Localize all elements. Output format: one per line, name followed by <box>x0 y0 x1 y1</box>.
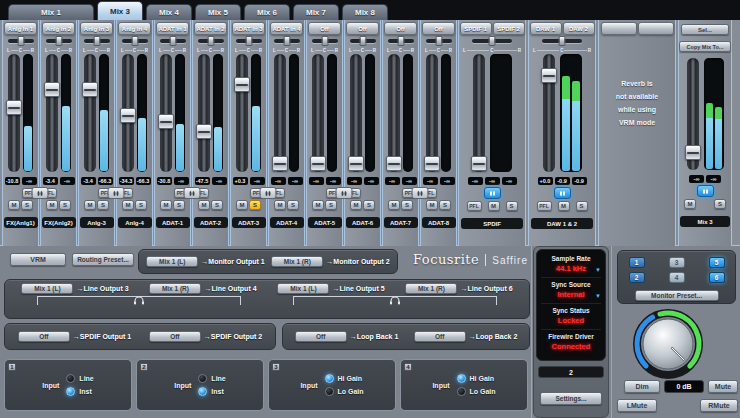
routing-preset-button[interactable]: Routing Preset... <box>72 253 134 266</box>
pan-handle[interactable] <box>397 36 404 46</box>
input-source-button[interactable]: Anlg In 4 <box>118 22 151 35</box>
stereo-link-button[interactable] <box>412 187 429 199</box>
monitor-output-1-button[interactable]: 1 <box>629 257 645 268</box>
pan-handle[interactable] <box>93 36 100 46</box>
tab-mix-7[interactable]: Mix 7 <box>293 4 339 20</box>
mute-button[interactable]: M <box>198 200 210 210</box>
channel-fader[interactable] <box>274 54 286 172</box>
mute-button[interactable]: M <box>558 201 570 211</box>
settings-button[interactable]: Settings... <box>540 392 602 405</box>
channel-fader[interactable] <box>543 54 555 172</box>
input-source-button[interactable]: SPDIF 2 <box>493 22 525 35</box>
monitor-output-3-button[interactable]: 3 <box>669 257 685 268</box>
pan-handle[interactable] <box>489 36 496 46</box>
radio-indicator[interactable] <box>198 374 207 383</box>
solo-button[interactable]: S <box>439 200 451 210</box>
routing-source-button[interactable]: Off <box>18 331 70 342</box>
pan-handle[interactable] <box>435 36 442 46</box>
channel-fader[interactable] <box>473 54 485 172</box>
channel-fader[interactable] <box>84 54 96 172</box>
channel-fader[interactable] <box>46 54 58 172</box>
stereo-link-button[interactable] <box>484 187 501 199</box>
stereo-link-button[interactable] <box>554 187 571 199</box>
input-source-button[interactable]: Off <box>346 22 379 35</box>
stereo-link-button[interactable] <box>336 187 353 199</box>
stereo-link-button[interactable] <box>697 185 714 197</box>
sample-rate-dropdown-icon[interactable]: ▼ <box>595 267 601 273</box>
routing-source-button[interactable]: Mix 1 (L) <box>21 283 73 294</box>
monitor-output-6-button[interactable]: 6 <box>709 272 725 283</box>
monitor-output-2-button[interactable]: 2 <box>629 272 645 283</box>
radio-indicator[interactable] <box>457 387 466 396</box>
routing-source-button[interactable]: Mix 1 (L) <box>146 256 198 267</box>
fader-handle[interactable] <box>6 100 22 115</box>
routing-source-button[interactable]: Mix 1 (R) <box>271 256 323 267</box>
tab-mix-5[interactable]: Mix 5 <box>195 4 241 20</box>
fader-handle[interactable] <box>386 156 402 171</box>
channel-fader[interactable] <box>236 54 248 172</box>
solo-button[interactable]: S <box>135 200 147 210</box>
mute-button[interactable]: M <box>84 200 96 210</box>
pan-handle[interactable] <box>359 36 366 46</box>
input-option-hi-gain[interactable]: Hi Gain <box>325 372 364 385</box>
input-source-button[interactable]: ADAT In 3 <box>232 22 265 35</box>
fader-handle[interactable] <box>196 124 212 139</box>
mute-button[interactable]: M <box>426 200 438 210</box>
input-option-lo-gain[interactable]: Lo Gain <box>325 385 364 398</box>
monitor-volume-knob[interactable] <box>632 308 704 380</box>
dim-button[interactable]: Dim <box>624 380 660 393</box>
input-source-button[interactable] <box>601 22 637 35</box>
channel-fader[interactable] <box>312 54 324 172</box>
routing-source-button[interactable]: Mix 1 (R) <box>405 283 457 294</box>
input-source-button[interactable]: Anlg In 3 <box>80 22 113 35</box>
fader-handle[interactable] <box>471 156 487 171</box>
solo-button[interactable]: S <box>21 200 33 210</box>
solo-button[interactable]: S <box>325 200 337 210</box>
radio-indicator[interactable] <box>325 387 334 396</box>
monitor-preset-button[interactable]: Monitor Preset... <box>635 290 719 301</box>
sync-source-dropdown-icon[interactable]: ▼ <box>595 293 601 299</box>
fader-handle[interactable] <box>82 82 98 97</box>
fader-handle[interactable] <box>348 156 364 171</box>
solo-button[interactable]: S <box>97 200 109 210</box>
mute-button[interactable]: M <box>350 200 362 210</box>
input-option-lo-gain[interactable]: Lo Gain <box>457 385 496 398</box>
routing-source-button[interactable]: Off <box>295 331 347 342</box>
input-source-button[interactable]: Off <box>308 22 341 35</box>
right-mute-button[interactable]: RMute <box>700 399 738 412</box>
mute-button[interactable]: M <box>46 200 58 210</box>
monitor-output-5-button[interactable]: 5 <box>709 257 725 268</box>
solo-button[interactable]: S <box>173 200 185 210</box>
input-source-button[interactable]: Anlg In 2 <box>42 22 75 35</box>
channel-fader[interactable] <box>160 54 172 172</box>
pan-handle[interactable] <box>131 36 138 46</box>
mute-button[interactable]: M <box>8 200 20 210</box>
input-source-button[interactable]: ADAT In 4 <box>270 22 303 35</box>
input-option-hi-gain[interactable]: Hi Gain <box>457 372 496 385</box>
solo-button[interactable]: S <box>401 200 413 210</box>
solo-button[interactable]: S <box>363 200 375 210</box>
pan-handle[interactable] <box>169 36 176 46</box>
solo-button[interactable]: S <box>714 199 726 209</box>
routing-source-button[interactable]: Mix 1 (L) <box>277 283 329 294</box>
input-source-button[interactable]: SPDIF 1 <box>460 22 492 35</box>
tab-mix-1[interactable]: Mix 1 <box>8 4 94 20</box>
tab-mix-8[interactable]: Mix 8 <box>342 4 388 20</box>
input-source-button[interactable]: Off <box>422 22 455 35</box>
pan-handle[interactable] <box>207 36 214 46</box>
input-source-button[interactable]: DAW 2 <box>563 22 595 35</box>
input-option-inst[interactable]: Inst <box>198 385 225 398</box>
input-source-button[interactable]: ADAT In 2 <box>194 22 227 35</box>
pan-handle[interactable] <box>283 36 290 46</box>
fader-handle[interactable] <box>120 108 136 123</box>
radio-indicator[interactable] <box>457 374 466 383</box>
input-option-line[interactable]: Line <box>66 372 93 385</box>
input-source-button[interactable] <box>638 22 674 35</box>
channel-fader[interactable] <box>122 54 134 172</box>
fader-handle[interactable] <box>541 68 557 83</box>
radio-indicator[interactable] <box>198 387 207 396</box>
tab-mix-6[interactable]: Mix 6 <box>244 4 290 20</box>
copy-mix-to-button[interactable]: Copy Mix To... <box>679 41 731 52</box>
mute-button[interactable]: M <box>236 200 248 210</box>
tab-mix-4[interactable]: Mix 4 <box>146 4 192 20</box>
